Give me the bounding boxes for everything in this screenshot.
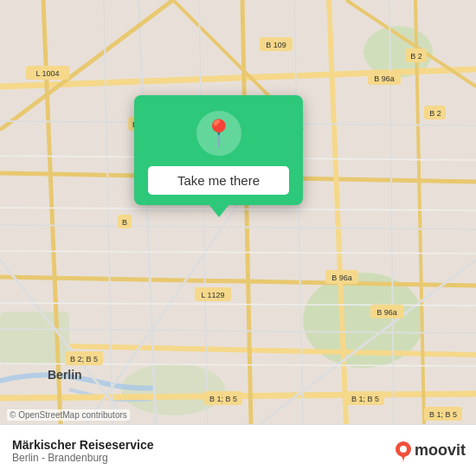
svg-text:B 1; B 5: B 1; B 5 [209,395,237,403]
svg-text:B 2: B 2 [429,109,441,118]
svg-text:L 1129: L 1129 [201,291,224,299]
osm-attribution: © OpenStreetMap contributors [7,409,130,421]
svg-text:B 96a: B 96a [331,273,352,282]
place-name: Märkischer Reiseservice [12,438,153,452]
moovit-text: moovit [415,441,466,460]
svg-text:L 1004: L 1004 [35,69,59,78]
moovit-pin-icon [394,439,413,463]
svg-text:B 2: B 2 [410,52,422,61]
svg-text:B 96a: B 96a [376,308,397,317]
location-pin-icon: 📍 [203,120,235,146]
svg-text:B 1; B 5: B 1; B 5 [429,410,457,419]
take-me-there-button[interactable]: Take me there [148,166,289,195]
map-container: L 1004 B 109 B 96a B 2 B 2 B 96a L 1129 … [0,0,476,424]
svg-text:B 1; B 5: B 1; B 5 [351,395,379,403]
bottom-bar: Märkischer Reiseservice Berlin - Branden… [0,424,476,476]
svg-text:B: B [122,218,127,227]
place-info: Märkischer Reiseservice Berlin - Branden… [12,438,153,464]
moovit-logo: moovit [394,439,466,463]
popup-card: 📍 Take me there [134,95,303,205]
svg-point-63 [400,446,407,453]
svg-text:Berlin: Berlin [48,368,82,382]
svg-text:B 2; B 5: B 2; B 5 [70,355,98,363]
location-icon-circle: 📍 [196,111,241,156]
svg-text:B 96a: B 96a [374,74,395,83]
place-subtitle: Berlin - Brandenburg [12,452,153,464]
svg-text:B 109: B 109 [266,41,286,49]
